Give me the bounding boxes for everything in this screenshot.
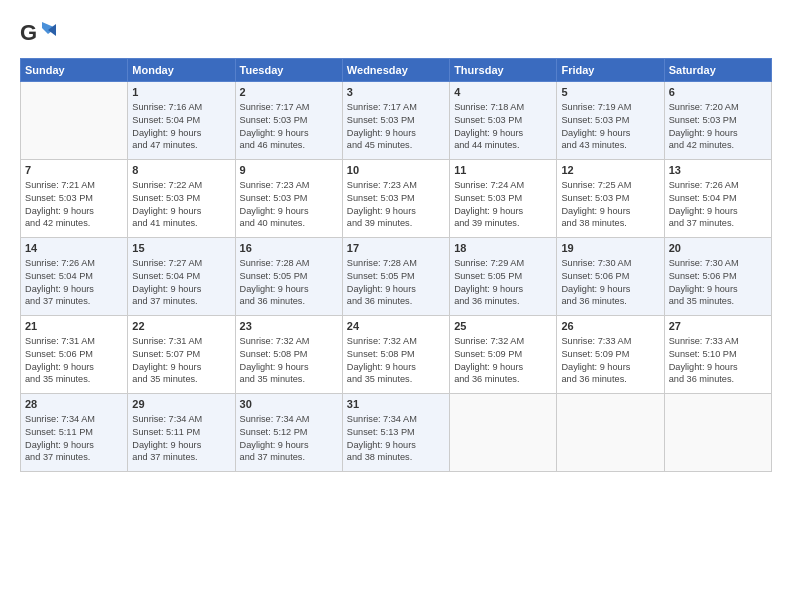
day-number: 27: [669, 319, 767, 334]
day-number: 1: [132, 85, 230, 100]
day-number: 12: [561, 163, 659, 178]
day-number: 16: [240, 241, 338, 256]
calendar-cell: 1Sunrise: 7:16 AM Sunset: 5:04 PM Daylig…: [128, 82, 235, 160]
calendar-cell: 21Sunrise: 7:31 AM Sunset: 5:06 PM Dayli…: [21, 316, 128, 394]
day-number: 17: [347, 241, 445, 256]
calendar-cell: 15Sunrise: 7:27 AM Sunset: 5:04 PM Dayli…: [128, 238, 235, 316]
calendar-cell: 28Sunrise: 7:34 AM Sunset: 5:11 PM Dayli…: [21, 394, 128, 472]
day-number: 21: [25, 319, 123, 334]
day-number: 2: [240, 85, 338, 100]
day-number: 10: [347, 163, 445, 178]
day-info: Sunrise: 7:31 AM Sunset: 5:07 PM Dayligh…: [132, 335, 230, 387]
calendar-cell: 24Sunrise: 7:32 AM Sunset: 5:08 PM Dayli…: [342, 316, 449, 394]
calendar-cell: 20Sunrise: 7:30 AM Sunset: 5:06 PM Dayli…: [664, 238, 771, 316]
day-number: 28: [25, 397, 123, 412]
day-info: Sunrise: 7:33 AM Sunset: 5:09 PM Dayligh…: [561, 335, 659, 387]
day-info: Sunrise: 7:31 AM Sunset: 5:06 PM Dayligh…: [25, 335, 123, 387]
calendar-cell: 2Sunrise: 7:17 AM Sunset: 5:03 PM Daylig…: [235, 82, 342, 160]
weekday-header-thursday: Thursday: [450, 59, 557, 82]
day-info: Sunrise: 7:28 AM Sunset: 5:05 PM Dayligh…: [240, 257, 338, 309]
logo: G Blue: [20, 18, 58, 50]
calendar-cell: 25Sunrise: 7:32 AM Sunset: 5:09 PM Dayli…: [450, 316, 557, 394]
calendar-cell: 14Sunrise: 7:26 AM Sunset: 5:04 PM Dayli…: [21, 238, 128, 316]
calendar-cell: [450, 394, 557, 472]
calendar-cell: 7Sunrise: 7:21 AM Sunset: 5:03 PM Daylig…: [21, 160, 128, 238]
calendar-cell: 30Sunrise: 7:34 AM Sunset: 5:12 PM Dayli…: [235, 394, 342, 472]
day-info: Sunrise: 7:33 AM Sunset: 5:10 PM Dayligh…: [669, 335, 767, 387]
calendar-cell: 3Sunrise: 7:17 AM Sunset: 5:03 PM Daylig…: [342, 82, 449, 160]
calendar-cell: 16Sunrise: 7:28 AM Sunset: 5:05 PM Dayli…: [235, 238, 342, 316]
day-number: 15: [132, 241, 230, 256]
logo-icon: G: [20, 18, 56, 50]
calendar-cell: 23Sunrise: 7:32 AM Sunset: 5:08 PM Dayli…: [235, 316, 342, 394]
weekday-header-wednesday: Wednesday: [342, 59, 449, 82]
day-info: Sunrise: 7:23 AM Sunset: 5:03 PM Dayligh…: [347, 179, 445, 231]
calendar-cell: 19Sunrise: 7:30 AM Sunset: 5:06 PM Dayli…: [557, 238, 664, 316]
day-number: 26: [561, 319, 659, 334]
day-info: Sunrise: 7:30 AM Sunset: 5:06 PM Dayligh…: [669, 257, 767, 309]
weekday-header-friday: Friday: [557, 59, 664, 82]
day-number: 29: [132, 397, 230, 412]
calendar-cell: [664, 394, 771, 472]
day-info: Sunrise: 7:24 AM Sunset: 5:03 PM Dayligh…: [454, 179, 552, 231]
day-number: 3: [347, 85, 445, 100]
calendar-cell: 29Sunrise: 7:34 AM Sunset: 5:11 PM Dayli…: [128, 394, 235, 472]
day-info: Sunrise: 7:17 AM Sunset: 5:03 PM Dayligh…: [240, 101, 338, 153]
day-info: Sunrise: 7:20 AM Sunset: 5:03 PM Dayligh…: [669, 101, 767, 153]
day-info: Sunrise: 7:19 AM Sunset: 5:03 PM Dayligh…: [561, 101, 659, 153]
calendar-table: SundayMondayTuesdayWednesdayThursdayFrid…: [20, 58, 772, 472]
day-number: 19: [561, 241, 659, 256]
weekday-header-tuesday: Tuesday: [235, 59, 342, 82]
day-number: 18: [454, 241, 552, 256]
day-info: Sunrise: 7:34 AM Sunset: 5:13 PM Dayligh…: [347, 413, 445, 465]
calendar-cell: 31Sunrise: 7:34 AM Sunset: 5:13 PM Dayli…: [342, 394, 449, 472]
calendar-cell: [557, 394, 664, 472]
day-info: Sunrise: 7:22 AM Sunset: 5:03 PM Dayligh…: [132, 179, 230, 231]
day-info: Sunrise: 7:32 AM Sunset: 5:08 PM Dayligh…: [240, 335, 338, 387]
day-info: Sunrise: 7:32 AM Sunset: 5:08 PM Dayligh…: [347, 335, 445, 387]
weekday-header-monday: Monday: [128, 59, 235, 82]
day-number: 6: [669, 85, 767, 100]
calendar-cell: 22Sunrise: 7:31 AM Sunset: 5:07 PM Dayli…: [128, 316, 235, 394]
calendar-cell: 6Sunrise: 7:20 AM Sunset: 5:03 PM Daylig…: [664, 82, 771, 160]
calendar-cell: 13Sunrise: 7:26 AM Sunset: 5:04 PM Dayli…: [664, 160, 771, 238]
day-info: Sunrise: 7:27 AM Sunset: 5:04 PM Dayligh…: [132, 257, 230, 309]
day-info: Sunrise: 7:23 AM Sunset: 5:03 PM Dayligh…: [240, 179, 338, 231]
calendar-cell: [21, 82, 128, 160]
day-info: Sunrise: 7:28 AM Sunset: 5:05 PM Dayligh…: [347, 257, 445, 309]
calendar-cell: 10Sunrise: 7:23 AM Sunset: 5:03 PM Dayli…: [342, 160, 449, 238]
day-info: Sunrise: 7:34 AM Sunset: 5:11 PM Dayligh…: [132, 413, 230, 465]
day-number: 20: [669, 241, 767, 256]
day-number: 11: [454, 163, 552, 178]
calendar-cell: 12Sunrise: 7:25 AM Sunset: 5:03 PM Dayli…: [557, 160, 664, 238]
page: G Blue SundayMondayTuesdayWednesdayThurs…: [0, 0, 792, 612]
weekday-header-sunday: Sunday: [21, 59, 128, 82]
day-number: 22: [132, 319, 230, 334]
day-info: Sunrise: 7:30 AM Sunset: 5:06 PM Dayligh…: [561, 257, 659, 309]
calendar-cell: 27Sunrise: 7:33 AM Sunset: 5:10 PM Dayli…: [664, 316, 771, 394]
day-info: Sunrise: 7:25 AM Sunset: 5:03 PM Dayligh…: [561, 179, 659, 231]
day-info: Sunrise: 7:16 AM Sunset: 5:04 PM Dayligh…: [132, 101, 230, 153]
calendar-cell: 4Sunrise: 7:18 AM Sunset: 5:03 PM Daylig…: [450, 82, 557, 160]
day-number: 31: [347, 397, 445, 412]
calendar-cell: 17Sunrise: 7:28 AM Sunset: 5:05 PM Dayli…: [342, 238, 449, 316]
calendar-cell: 26Sunrise: 7:33 AM Sunset: 5:09 PM Dayli…: [557, 316, 664, 394]
day-info: Sunrise: 7:34 AM Sunset: 5:12 PM Dayligh…: [240, 413, 338, 465]
day-number: 25: [454, 319, 552, 334]
day-info: Sunrise: 7:26 AM Sunset: 5:04 PM Dayligh…: [25, 257, 123, 309]
weekday-header-saturday: Saturday: [664, 59, 771, 82]
day-info: Sunrise: 7:34 AM Sunset: 5:11 PM Dayligh…: [25, 413, 123, 465]
day-number: 23: [240, 319, 338, 334]
day-number: 30: [240, 397, 338, 412]
day-number: 24: [347, 319, 445, 334]
day-info: Sunrise: 7:26 AM Sunset: 5:04 PM Dayligh…: [669, 179, 767, 231]
day-info: Sunrise: 7:21 AM Sunset: 5:03 PM Dayligh…: [25, 179, 123, 231]
calendar-cell: 11Sunrise: 7:24 AM Sunset: 5:03 PM Dayli…: [450, 160, 557, 238]
day-number: 9: [240, 163, 338, 178]
header: G Blue: [20, 18, 772, 50]
day-number: 8: [132, 163, 230, 178]
day-info: Sunrise: 7:29 AM Sunset: 5:05 PM Dayligh…: [454, 257, 552, 309]
calendar-cell: 9Sunrise: 7:23 AM Sunset: 5:03 PM Daylig…: [235, 160, 342, 238]
day-info: Sunrise: 7:18 AM Sunset: 5:03 PM Dayligh…: [454, 101, 552, 153]
day-number: 4: [454, 85, 552, 100]
